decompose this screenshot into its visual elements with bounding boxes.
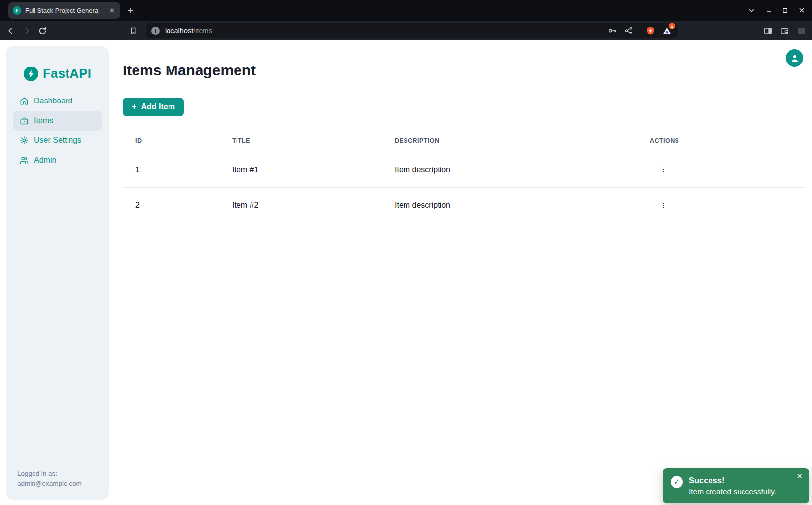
page-content: FastAPI Dashboard Items User Settings Ad… <box>0 40 812 505</box>
gear-icon <box>20 136 29 145</box>
reload-button[interactable] <box>36 25 48 36</box>
sidebar-toggle-icon[interactable] <box>762 25 774 36</box>
sidebar: FastAPI Dashboard Items User Settings Ad… <box>6 46 109 500</box>
browser-tab-bar: Full Stack Project Genera ✕ + <box>0 0 812 21</box>
user-icon <box>790 53 800 63</box>
fastapi-favicon-icon <box>13 6 21 15</box>
success-toast: ✓ Success! Item created successfully. ✕ <box>663 468 809 503</box>
logged-in-email: admin@example.com <box>17 479 82 489</box>
add-item-label: Add Item <box>141 102 175 111</box>
main-content: Items Management + Add Item ID TITLE DES… <box>123 40 812 223</box>
new-tab-button[interactable]: + <box>127 5 133 16</box>
url-path: /items <box>193 27 212 34</box>
check-circle-icon: ✓ <box>671 476 683 488</box>
user-avatar-button[interactable] <box>786 49 803 67</box>
sidebar-item-dashboard[interactable]: Dashboard <box>13 91 102 111</box>
home-icon <box>20 97 29 105</box>
table-row: 1 Item #1 Item description <box>123 152 806 188</box>
sidebar-item-label: User Settings <box>34 136 81 145</box>
url-text[interactable]: localhost/items <box>165 27 212 34</box>
cell-title: Item #2 <box>219 188 382 223</box>
users-icon <box>20 156 29 165</box>
add-item-button[interactable]: + Add Item <box>123 98 184 116</box>
password-key-icon[interactable] <box>607 25 618 36</box>
share-icon[interactable] <box>623 25 635 36</box>
sidebar-item-user-settings[interactable]: User Settings <box>13 131 102 150</box>
row-actions-kebab-icon[interactable] <box>657 199 670 212</box>
back-button[interactable] <box>5 25 17 36</box>
column-header-actions: ACTIONS <box>637 129 806 152</box>
menu-hamburger-icon[interactable] <box>795 25 807 36</box>
sidebar-item-label: Dashboard <box>34 97 72 105</box>
toolbar-divider <box>640 27 640 35</box>
page-title: Items Management <box>123 62 806 79</box>
sidebar-item-label: Items <box>34 116 53 125</box>
briefcase-icon <box>20 116 29 125</box>
url-bar[interactable]: i localhost/items 1 <box>146 23 678 38</box>
sidebar-item-items[interactable]: Items <box>13 111 102 131</box>
forward-button[interactable] <box>21 25 33 36</box>
logo-text: FastAPI <box>43 66 91 81</box>
browser-tab-active[interactable]: Full Stack Project Genera ✕ <box>8 2 120 19</box>
table-row: 2 Item #2 Item description <box>123 188 806 223</box>
logged-in-info: Logged in as: admin@example.com <box>17 469 82 489</box>
rewards-badge: 1 <box>669 23 675 29</box>
sidebar-nav: Dashboard Items User Settings Admin <box>6 91 109 170</box>
sidebar-item-label: Admin <box>34 156 56 165</box>
column-header-description: DESCRIPTION <box>382 129 637 152</box>
tab-title: Full Stack Project Genera <box>25 7 104 14</box>
fastapi-bolt-icon <box>24 67 38 81</box>
wallet-icon[interactable] <box>778 25 790 36</box>
site-info-icon[interactable]: i <box>151 27 160 35</box>
browser-toolbar: i localhost/items 1 <box>0 21 812 40</box>
tab-close-icon[interactable]: ✕ <box>108 6 116 15</box>
brave-rewards-icon[interactable]: 1 <box>661 25 673 36</box>
column-header-title: TITLE <box>219 129 382 152</box>
toast-title: Success! <box>689 475 776 485</box>
window-close-button[interactable] <box>798 7 805 14</box>
tab-search-chevron-icon[interactable] <box>748 7 755 14</box>
sidebar-item-admin[interactable]: Admin <box>13 150 102 170</box>
cell-id: 1 <box>123 152 219 188</box>
window-minimize-button[interactable] <box>765 7 772 14</box>
toast-close-icon[interactable]: ✕ <box>795 471 804 481</box>
url-host: localhost <box>165 27 193 34</box>
window-maximize-button[interactable] <box>782 7 788 14</box>
bookmark-icon[interactable] <box>127 25 139 36</box>
plus-icon: + <box>132 102 137 111</box>
fastapi-logo: FastAPI <box>6 46 109 81</box>
column-header-id: ID <box>123 129 219 152</box>
row-actions-kebab-icon[interactable] <box>657 164 670 176</box>
cell-title: Item #1 <box>219 152 382 188</box>
brave-shield-icon[interactable] <box>644 25 656 36</box>
cell-description: Item description <box>382 152 637 188</box>
logged-in-label: Logged in as: <box>17 469 82 479</box>
toast-message: Item created successfully. <box>689 487 776 496</box>
cell-description: Item description <box>382 188 637 223</box>
table-header-row: ID TITLE DESCRIPTION ACTIONS <box>123 129 806 152</box>
cell-id: 2 <box>123 188 219 223</box>
items-table: ID TITLE DESCRIPTION ACTIONS 1 Item #1 I… <box>123 129 806 223</box>
